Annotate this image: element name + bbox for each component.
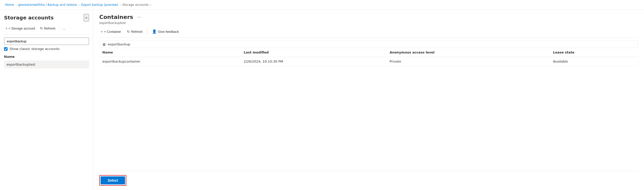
right-panel-title: Containers xyxy=(99,14,133,20)
right-toolbar: + + Container ↻ Refresh 👤 Give feedback xyxy=(99,28,638,38)
col-lease-state: Lease state xyxy=(550,48,638,57)
add-storage-label: + Storage account xyxy=(9,26,35,30)
right-toolbar-separator xyxy=(147,29,147,34)
plus-icon: + xyxy=(6,26,8,30)
feedback-icon: 👤 xyxy=(152,29,157,34)
left-refresh-icon: ↻ xyxy=(40,26,43,30)
breadcrumb-home[interactable]: Home xyxy=(5,3,14,7)
breadcrumb-current: Storage accounts xyxy=(122,3,149,7)
list-name-column: Name xyxy=(4,55,89,59)
add-storage-account-button[interactable]: + + Storage account xyxy=(4,25,37,31)
right-header: Containers ··· xyxy=(99,14,638,20)
left-more-icon: ... xyxy=(63,26,66,30)
table-row[interactable]: exportbackupcontainer 2/26/2024, 10:10:3… xyxy=(99,57,638,66)
col-access-level: Anonymous access level xyxy=(387,48,550,57)
filter-icon: ▦ xyxy=(103,42,106,46)
cell-access-level: Private xyxy=(387,57,550,66)
col-last-modified: Last modified xyxy=(241,48,387,57)
breadcrumb-backup[interactable]: georestorewithha | Backup and restore xyxy=(18,3,77,7)
table-header-row: Name Last modified Anonymous access leve… xyxy=(99,48,638,57)
left-more-button[interactable]: ... xyxy=(61,25,67,31)
right-refresh-icon: ↻ xyxy=(127,30,130,34)
main-layout: Storage accounts « + + Storage account ↻… xyxy=(0,10,644,190)
give-feedback-button[interactable]: 👤 Give feedback xyxy=(150,28,180,35)
left-refresh-button[interactable]: ↻ Refresh xyxy=(39,25,57,31)
table-body: exportbackupcontainer 2/26/2024, 10:10:3… xyxy=(99,57,638,66)
breadcrumb-sep-1: › xyxy=(15,3,16,7)
cell-last-modified: 2/26/2024, 10:10:30 PM xyxy=(241,57,387,66)
filter-box: ▦ exportbackup xyxy=(99,41,638,48)
bottom-bar: Select xyxy=(99,171,638,186)
add-container-label: + Container xyxy=(104,30,121,34)
left-toolbar-separator xyxy=(59,26,59,31)
breadcrumb: Home › georestorewithha | Backup and res… xyxy=(0,0,644,10)
breadcrumb-sep-3: › xyxy=(120,3,121,7)
left-panel-header: Storage accounts « xyxy=(4,14,89,21)
right-refresh-button[interactable]: ↻ Refresh xyxy=(126,29,144,35)
list-item-name: exportbackuptest xyxy=(7,63,35,66)
storage-search-input[interactable] xyxy=(4,38,89,45)
add-container-plus-icon: + xyxy=(101,30,103,34)
breadcrumb-sep-4: › xyxy=(150,3,151,7)
select-button[interactable]: Select xyxy=(101,176,125,184)
left-panel-title: Storage accounts xyxy=(4,15,54,21)
col-name: Name xyxy=(99,48,241,57)
right-refresh-label: Refresh xyxy=(131,30,143,34)
table-header: Name Last modified Anonymous access leve… xyxy=(99,48,638,57)
give-feedback-label: Give feedback xyxy=(158,30,179,34)
add-container-button[interactable]: + + Container xyxy=(99,29,122,35)
breadcrumb-sep-2: › xyxy=(78,3,79,7)
classic-storage-label: Show classic storage accounts xyxy=(10,47,59,51)
classic-storage-checkbox[interactable] xyxy=(4,47,8,51)
containers-table: Name Last modified Anonymous access leve… xyxy=(99,48,638,66)
containers-subtitle: exportbackuptest xyxy=(99,21,638,25)
left-refresh-label: Refresh xyxy=(44,26,55,30)
classic-storage-checkbox-row: Show classic storage accounts xyxy=(4,47,89,51)
left-panel: Storage accounts « + + Storage account ↻… xyxy=(0,10,93,190)
collapse-button[interactable]: « xyxy=(84,14,89,21)
right-panel: Containers ··· exportbackuptest + + Cont… xyxy=(93,10,644,190)
cell-lease-state: Available xyxy=(550,57,638,66)
list-item[interactable]: exportbackuptest xyxy=(4,61,89,68)
cell-name: exportbackupcontainer xyxy=(99,57,241,66)
left-toolbar: + + Storage account ↻ Refresh ... xyxy=(4,25,89,35)
filter-value: exportbackup xyxy=(108,42,130,46)
right-more-button[interactable]: ··· xyxy=(136,14,142,20)
breadcrumb-export[interactable]: Export backup (preview) xyxy=(81,3,118,7)
select-button-wrapper: Select xyxy=(99,175,126,186)
